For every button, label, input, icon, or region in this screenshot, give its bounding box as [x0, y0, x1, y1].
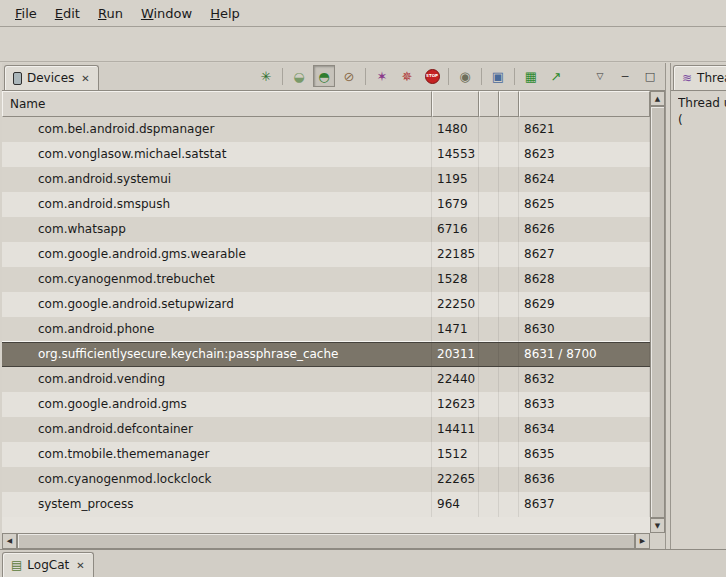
empty-cell-2 [499, 217, 519, 242]
empty-cell-1 [479, 317, 499, 342]
column-header-pid[interactable] [432, 91, 479, 117]
table-row[interactable]: org.sufficientlysecure.keychain:passphra… [2, 342, 650, 367]
pid-cell: 14411 [432, 417, 479, 442]
port-cell: 8628 [519, 267, 650, 292]
pid-cell: 1512 [432, 442, 479, 467]
empty-cell-2 [499, 292, 519, 317]
stop-process-icon[interactable]: STOP [421, 65, 443, 87]
menu-edit[interactable]: Edit [46, 3, 89, 24]
close-icon[interactable]: ✕ [74, 560, 84, 571]
table-row[interactable]: com.cyanogenmod.trebuchet15288628 [2, 267, 650, 292]
empty-cell-1 [479, 167, 499, 192]
screen-capture-icon[interactable]: ◉ [454, 65, 476, 87]
scroll-down-icon[interactable]: ▼ [650, 518, 665, 533]
column-header-port[interactable] [519, 91, 650, 117]
view-menu-icon[interactable]: ▽ [589, 65, 611, 87]
empty-cell-2 [499, 442, 519, 467]
update-threads-icon[interactable]: ✶ [371, 65, 393, 87]
process-name-cell: com.android.smspush [2, 192, 432, 217]
pid-cell: 1679 [432, 192, 479, 217]
minimize-icon[interactable]: ─ [614, 65, 636, 87]
table-row[interactable]: com.android.phone14718630 [2, 317, 650, 342]
table-row[interactable]: system_process9648637 [2, 492, 650, 517]
empty-cell-1 [479, 117, 499, 142]
port-cell: 8629 [519, 292, 650, 317]
horizontal-scroll-thumb[interactable] [17, 533, 635, 549]
empty-cell-2 [499, 317, 519, 342]
port-cell: 8621 [519, 117, 650, 142]
devices-tabbar: Devices ✕ ✳◒◓⊘✶✵STOP◉▣▦↗▽─□ [2, 63, 665, 91]
heap-grid-icon[interactable]: ▦ [520, 65, 542, 87]
empty-cell-2 [499, 267, 519, 292]
tab-threads-label: Threads [697, 71, 726, 85]
table-row[interactable]: com.vonglasow.michael.satstat145538623 [2, 142, 650, 167]
empty-cell-2 [499, 367, 519, 392]
empty-cell-2 [499, 142, 519, 167]
process-name-cell: com.vonglasow.michael.satstat [2, 142, 432, 167]
table-row[interactable]: com.google.android.setupwizard222508629 [2, 292, 650, 317]
pid-cell: 1195 [432, 167, 479, 192]
tab-threads[interactable]: ≋ Threads [673, 65, 726, 90]
pid-cell: 6716 [432, 217, 479, 242]
vertical-scroll-thumb[interactable] [650, 106, 665, 518]
table-row[interactable]: com.android.systemui11958624 [2, 167, 650, 192]
pid-cell: 22265 [432, 467, 479, 492]
horizontal-scrollbar[interactable]: ◀ ▶ [2, 533, 650, 549]
cause-gc-icon[interactable]: ⊘ [338, 65, 360, 87]
table-row[interactable]: com.google.android.gms126238633 [2, 392, 650, 417]
dump-thread-icon[interactable]: ✵ [396, 65, 418, 87]
main-toolbar [0, 28, 726, 61]
column-header-empty-1[interactable] [479, 91, 499, 117]
empty-cell-1 [479, 442, 499, 467]
menu-run[interactable]: Run [89, 3, 132, 24]
empty-cell-1 [479, 343, 499, 366]
column-header-empty-2[interactable] [499, 91, 519, 117]
process-name-cell: com.tmobile.thememanager [2, 442, 432, 467]
menu-file[interactable]: File [6, 3, 46, 24]
update-heap-icon[interactable]: ◓ [313, 65, 335, 87]
column-header-name[interactable]: Name [2, 91, 432, 117]
tab-devices-label: Devices [27, 71, 74, 85]
pid-cell: 1480 [432, 117, 479, 142]
table-row[interactable]: com.whatsapp67168626 [2, 217, 650, 242]
vertical-scrollbar[interactable]: ▲ ▼ [650, 91, 665, 533]
debug-process-icon[interactable]: ✳ [255, 65, 277, 87]
port-cell: 8631 / 8700 [519, 343, 650, 366]
stats-icon[interactable]: ↗ [545, 65, 567, 87]
table-row[interactable]: com.android.vending224408632 [2, 367, 650, 392]
pid-cell: 12623 [432, 392, 479, 417]
port-cell: 8627 [519, 242, 650, 267]
maximize-icon[interactable]: □ [639, 65, 661, 87]
table-row[interactable]: com.google.android.gms.wearable221858627 [2, 242, 650, 267]
empty-cell-1 [479, 217, 499, 242]
menu-help[interactable]: Help [201, 3, 249, 24]
table-row[interactable]: com.bel.android.dspmanager14808621 [2, 117, 650, 142]
empty-cell-1 [479, 417, 499, 442]
scroll-right-icon[interactable]: ▶ [635, 533, 650, 549]
process-name-cell: com.google.android.gms [2, 392, 432, 417]
main-area: Devices ✕ ✳◒◓⊘✶✵STOP◉▣▦↗▽─□ Name com.bel… [0, 61, 726, 549]
threads-icon: ≋ [682, 72, 692, 84]
table-row[interactable]: com.android.defcontainer144118634 [2, 417, 650, 442]
port-cell: 8630 [519, 317, 650, 342]
empty-cell-1 [479, 492, 499, 517]
close-icon[interactable]: ✕ [79, 73, 89, 84]
table-row[interactable]: com.tmobile.thememanager15128635 [2, 442, 650, 467]
gallery-icon[interactable]: ▣ [487, 65, 509, 87]
scroll-up-icon[interactable]: ▲ [650, 91, 665, 106]
port-cell: 8633 [519, 392, 650, 417]
tab-logcat-label: LogCat [27, 558, 69, 572]
menu-window[interactable]: Window [132, 3, 201, 24]
process-name-cell: com.google.android.setupwizard [2, 292, 432, 317]
tab-devices[interactable]: Devices ✕ [4, 65, 99, 90]
scroll-left-icon[interactable]: ◀ [2, 533, 17, 549]
table-row[interactable]: com.cyanogenmod.lockclock222658636 [2, 467, 650, 492]
table-row[interactable]: com.android.smspush16798625 [2, 192, 650, 217]
pid-cell: 964 [432, 492, 479, 517]
show-heap-updates-icon[interactable]: ◒ [288, 65, 310, 87]
process-name-cell: com.cyanogenmod.lockclock [2, 467, 432, 492]
process-name-cell: org.sufficientlysecure.keychain:passphra… [2, 343, 432, 366]
port-cell: 8636 [519, 467, 650, 492]
tab-logcat[interactable]: ▤ LogCat ✕ [2, 552, 94, 577]
port-cell: 8634 [519, 417, 650, 442]
